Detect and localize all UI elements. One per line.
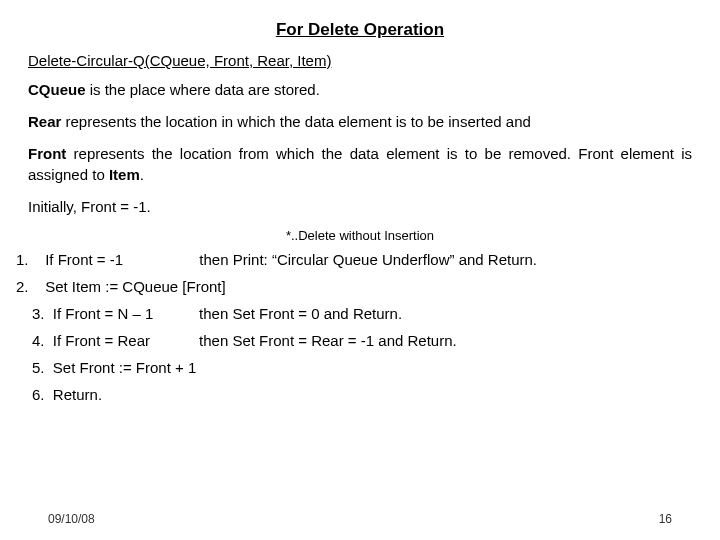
step-4-cond: If Front = Rear [53, 332, 195, 349]
step-5: 5. Set Front := Front + 1 [32, 359, 692, 376]
step-6-text: Return. [53, 386, 102, 403]
desc-cqueue: CQueue is the place where data are store… [28, 79, 692, 101]
term-front: Front [28, 145, 66, 162]
step-6: 6. Return. [32, 386, 692, 403]
step-2: 2. Set Item := CQueue [Front] [16, 278, 692, 295]
desc-initial: Initially, Front = -1. [28, 196, 692, 218]
footer: 09/10/08 16 [0, 512, 720, 526]
desc-rear: Rear represents the location in which th… [28, 111, 692, 133]
step-1: 1. If Front = -1 then Print: “Circular Q… [16, 251, 692, 268]
step-3: 3. If Front = N – 1 then Set Front = 0 a… [32, 305, 692, 322]
footer-page: 16 [659, 512, 672, 526]
step-4-num: 4. [32, 332, 45, 349]
step-3-num: 3. [32, 305, 45, 322]
step-6-num: 6. [32, 386, 45, 403]
step-2-num: 2. [16, 278, 29, 295]
heading-title: For Delete Operation [28, 20, 692, 40]
desc-front-tail: . [140, 166, 144, 183]
step-2-text: Set Item := CQueue [Front] [45, 278, 226, 295]
term-cqueue: CQueue [28, 81, 86, 98]
step-5-text: Set Front := Front + 1 [53, 359, 196, 376]
comment-line: *..Delete without Insertion [28, 228, 692, 243]
step-1-cond: If Front = -1 [45, 251, 195, 268]
step-1-act: then Print: “Circular Queue Underflow” a… [199, 251, 537, 268]
step-3-act: then Set Front = 0 and Return. [199, 305, 402, 322]
term-item: Item [109, 166, 140, 183]
slide: For Delete Operation Delete-Circular-Q(C… [0, 0, 720, 540]
step-1-num: 1. [16, 251, 29, 268]
step-4: 4. If Front = Rear then Set Front = Rear… [32, 332, 692, 349]
step-5-num: 5. [32, 359, 45, 376]
footer-date: 09/10/08 [48, 512, 95, 526]
desc-front: Front represents the location from which… [28, 143, 692, 187]
step-3-cond: If Front = N – 1 [53, 305, 195, 322]
desc-rear-text: represents the location in which the dat… [66, 113, 531, 130]
function-signature: Delete-Circular-Q(CQueue, Front, Rear, I… [28, 52, 692, 69]
term-rear: Rear [28, 113, 61, 130]
desc-cqueue-text: is the place where data are stored. [90, 81, 320, 98]
step-4-act: then Set Front = Rear = -1 and Return. [199, 332, 457, 349]
